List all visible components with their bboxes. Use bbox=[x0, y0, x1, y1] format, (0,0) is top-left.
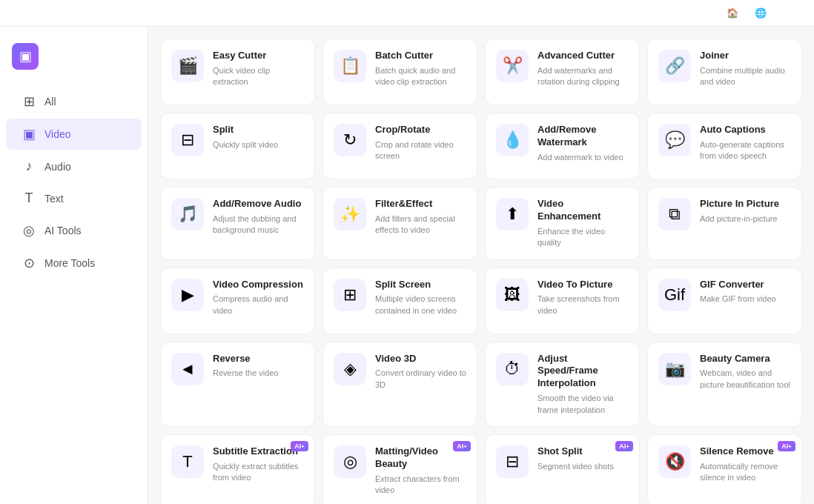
picture-in-picture-icon: ⧉ bbox=[658, 198, 691, 231]
tool-card-split[interactable]: ⊟ Split Quickly split video bbox=[160, 113, 315, 179]
add-remove-watermark-desc: Add watermark to video bbox=[537, 152, 629, 163]
filter-effect-info: Filter&Effect Add filters and special ef… bbox=[375, 198, 466, 236]
globe-icon: 🌐 bbox=[755, 7, 767, 19]
sidebar-item-more-tools[interactable]: ⊙ More Tools bbox=[6, 248, 142, 279]
tool-card-video-enhancement[interactable]: ⬆ Video Enhancement Enhance the video qu… bbox=[485, 187, 640, 260]
adjust-speed-info: Adjust Speed/Frame Interpolation Smooth … bbox=[537, 353, 629, 416]
batch-cutter-info: Batch Cutter Batch quick audio and video… bbox=[375, 50, 466, 88]
tool-card-video-to-picture[interactable]: 🖼 Video To Picture Take screenshots from… bbox=[485, 268, 640, 334]
tool-card-reverse[interactable]: ◄ Reverse Reverse the video bbox=[160, 342, 315, 427]
picture-in-picture-desc: Add picture-in-picture bbox=[700, 213, 791, 225]
tool-card-silence-remove[interactable]: AI 🔇 Silence Remove Automatically remove… bbox=[647, 434, 802, 504]
video-enhancement-name: Video Enhancement bbox=[537, 198, 629, 223]
video-3d-info: Video 3D Convert ordinary video to 3D bbox=[375, 353, 466, 391]
matting-video-beauty-desc: Extract characters from video bbox=[375, 474, 466, 497]
split-name: Split bbox=[213, 124, 304, 136]
sidebar-item-text[interactable]: T Text bbox=[6, 183, 142, 213]
add-remove-audio-icon: 🎵 bbox=[171, 198, 204, 231]
tool-card-advanced-cutter[interactable]: ✂️ Advanced Cutter Add watermarks and ro… bbox=[485, 39, 640, 105]
sidebar-nav: ⊞ All ▣ Video ♪ Audio T Text ◎ AI Tools … bbox=[0, 84, 148, 280]
crop-rotate-info: Crop/Rotate Crop and rotate video screen bbox=[375, 124, 466, 162]
gif-converter-name: GIF Converter bbox=[700, 279, 791, 291]
tool-card-add-remove-watermark[interactable]: 💧 Add/Remove Watermark Add watermark to … bbox=[485, 113, 640, 179]
sidebar-label-audio: Audio bbox=[44, 161, 71, 173]
language-selector[interactable]: 🌐 bbox=[755, 7, 770, 19]
reverse-icon: ◄ bbox=[171, 353, 204, 385]
reverse-desc: Reverse the video bbox=[213, 368, 304, 379]
filter-effect-icon: ✨ bbox=[334, 198, 366, 231]
tool-card-split-screen[interactable]: ⊞ Split Screen Multiple video screens co… bbox=[322, 268, 477, 334]
sidebar: ▣ ⊞ All ▣ Video ♪ Audio T Text ◎ AI Tool… bbox=[0, 27, 148, 504]
auto-captions-info: Auto Captions Auto-generate captions fro… bbox=[700, 124, 791, 162]
text-icon: T bbox=[21, 190, 37, 206]
adjust-speed-icon: ⏱ bbox=[496, 353, 529, 385]
app-logo: ▣ bbox=[0, 34, 148, 84]
tool-card-gif-converter[interactable]: Gif GIF Converter Make GIF from video bbox=[647, 268, 802, 334]
silence-remove-icon: 🔇 bbox=[658, 445, 691, 478]
add-remove-watermark-icon: 💧 bbox=[496, 124, 529, 156]
beauty-camera-desc: Webcam, video and picture beautification… bbox=[700, 368, 791, 391]
batch-cutter-desc: Batch quick audio and video clip extract… bbox=[375, 65, 466, 88]
tool-card-matting-video-beauty[interactable]: AI ◎ Matting/Video Beauty Extract charac… bbox=[322, 434, 477, 504]
auto-captions-name: Auto Captions bbox=[700, 124, 791, 136]
sidebar-item-audio[interactable]: ♪ Audio bbox=[6, 151, 142, 182]
tool-card-add-remove-audio[interactable]: 🎵 Add/Remove Audio Adjust the dubbing an… bbox=[160, 187, 315, 260]
video-to-picture-name: Video To Picture bbox=[537, 279, 629, 291]
sidebar-label-video: Video bbox=[44, 128, 71, 140]
sidebar-item-all[interactable]: ⊞ All bbox=[6, 86, 142, 117]
easy-cutter-info: Easy Cutter Quick video clip extraction bbox=[213, 50, 304, 88]
picture-in-picture-name: Picture In Picture bbox=[700, 198, 791, 210]
reverse-name: Reverse bbox=[213, 353, 304, 365]
video-3d-name: Video 3D bbox=[375, 353, 466, 365]
gif-converter-icon: Gif bbox=[658, 279, 691, 311]
video-compression-name: Video Compression bbox=[213, 279, 304, 291]
tool-card-easy-cutter[interactable]: 🎬 Easy Cutter Quick video clip extractio… bbox=[160, 39, 315, 105]
tool-card-shot-split[interactable]: AI ⊟ Shot Split Segment video shots bbox=[485, 434, 640, 504]
joiner-icon: 🔗 bbox=[658, 50, 691, 82]
sidebar-item-video[interactable]: ▣ Video bbox=[6, 119, 142, 150]
crop-rotate-desc: Crop and rotate video screen bbox=[375, 139, 466, 162]
split-screen-desc: Multiple video screens contained in one … bbox=[375, 294, 466, 316]
tool-card-video-3d[interactable]: ◈ Video 3D Convert ordinary video to 3D bbox=[322, 342, 477, 427]
filter-effect-desc: Add filters and special effects to video bbox=[375, 213, 466, 236]
advanced-cutter-name: Advanced Cutter bbox=[537, 50, 629, 62]
video-to-picture-icon: 🖼 bbox=[496, 279, 529, 311]
home-nav[interactable]: 🏠 bbox=[727, 7, 743, 19]
tool-card-crop-rotate[interactable]: ↻ Crop/Rotate Crop and rotate video scre… bbox=[322, 113, 477, 179]
split-icon: ⊟ bbox=[171, 124, 204, 156]
tool-card-adjust-speed[interactable]: ⏱ Adjust Speed/Frame Interpolation Smoot… bbox=[485, 342, 640, 427]
tool-card-batch-cutter[interactable]: 📋 Batch Cutter Batch quick audio and vid… bbox=[322, 39, 477, 105]
video-enhancement-icon: ⬆ bbox=[496, 198, 529, 231]
tool-card-subtitle-extraction[interactable]: AI T Subtitle Extraction Quickly extract… bbox=[160, 434, 315, 504]
silence-remove-desc: Automatically remove silence in video bbox=[700, 461, 791, 484]
adjust-speed-name: Adjust Speed/Frame Interpolation bbox=[537, 353, 629, 391]
sidebar-label-ai-tools: AI Tools bbox=[44, 225, 82, 236]
video-3d-desc: Convert ordinary video to 3D bbox=[375, 368, 466, 391]
crop-rotate-name: Crop/Rotate bbox=[375, 124, 466, 136]
video-compression-info: Video Compression Compress audio and vid… bbox=[213, 279, 304, 317]
tool-card-video-compression[interactable]: ▶ Video Compression Compress audio and v… bbox=[160, 268, 315, 334]
beauty-camera-icon: 📷 bbox=[658, 353, 691, 385]
add-remove-watermark-info: Add/Remove Watermark Add watermark to vi… bbox=[537, 124, 629, 163]
tool-card-picture-in-picture[interactable]: ⧉ Picture In Picture Add picture-in-pict… bbox=[647, 187, 802, 260]
sidebar-item-ai-tools[interactable]: ◎ AI Tools bbox=[6, 215, 142, 246]
auto-captions-desc: Auto-generate captions from video speech bbox=[700, 139, 791, 162]
video-enhancement-desc: Enhance the video quality bbox=[537, 226, 629, 249]
audio-icon: ♪ bbox=[21, 159, 37, 174]
tools-content-area: 🎬 Easy Cutter Quick video clip extractio… bbox=[148, 27, 814, 504]
reverse-info: Reverse Reverse the video bbox=[213, 353, 304, 379]
joiner-name: Joiner bbox=[700, 50, 791, 62]
split-desc: Quickly split video bbox=[213, 139, 304, 150]
ai-badge-shot-split: AI bbox=[615, 441, 633, 451]
tool-card-joiner[interactable]: 🔗 Joiner Combine multiple audio and vide… bbox=[647, 39, 802, 105]
easy-cutter-name: Easy Cutter bbox=[213, 50, 304, 62]
all-icon: ⊞ bbox=[21, 93, 37, 110]
tool-card-filter-effect[interactable]: ✨ Filter&Effect Add filters and special … bbox=[322, 187, 477, 260]
subtitle-extraction-icon: T bbox=[171, 445, 204, 478]
tool-card-beauty-camera[interactable]: 📷 Beauty Camera Webcam, video and pictur… bbox=[647, 342, 802, 427]
easy-cutter-desc: Quick video clip extraction bbox=[213, 65, 304, 88]
tool-card-auto-captions[interactable]: 💬 Auto Captions Auto-generate captions f… bbox=[647, 113, 802, 179]
crop-rotate-icon: ↻ bbox=[334, 124, 366, 156]
beauty-camera-info: Beauty Camera Webcam, video and picture … bbox=[700, 353, 791, 391]
more-tools-icon: ⊙ bbox=[21, 255, 37, 271]
